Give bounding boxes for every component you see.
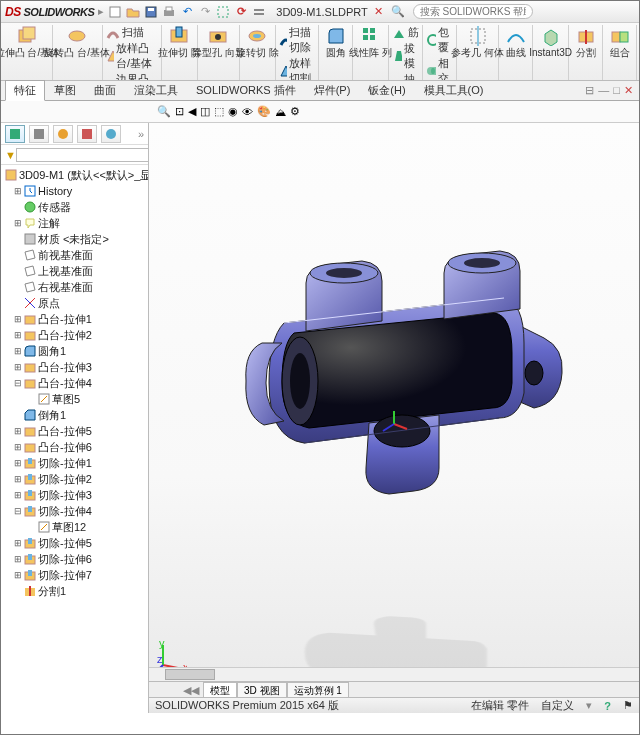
curves-button[interactable]: 曲线 <box>504 25 528 59</box>
tab-nav-left-icon[interactable]: ◀◀ <box>179 684 203 697</box>
search-icon[interactable]: 🔍 <box>391 5 405 19</box>
select-icon[interactable] <box>216 5 230 19</box>
dim-expert-tab[interactable] <box>77 125 97 143</box>
tab-weldments[interactable]: 焊件(P) <box>305 80 360 101</box>
property-manager-tab[interactable] <box>29 125 49 143</box>
combine-button[interactable]: 组合 <box>608 25 632 59</box>
svg-rect-20 <box>370 28 375 33</box>
tree-item[interactable]: ⊞切除-拉伸7 <box>5 567 148 583</box>
redo-icon[interactable]: ↷ <box>198 5 212 19</box>
config-manager-tab[interactable] <box>53 125 73 143</box>
tree-item[interactable]: 材质 <未指定> <box>5 231 148 247</box>
tree-item[interactable]: ⊟切除-拉伸4 <box>5 503 148 519</box>
zoom-fit-icon[interactable]: 🔍 <box>157 105 171 118</box>
horizontal-scrollbar[interactable] <box>149 667 639 681</box>
section-view-icon[interactable]: ◫ <box>200 105 210 118</box>
help-icon[interactable]: ? <box>604 700 611 712</box>
save-icon[interactable] <box>144 5 158 19</box>
zoom-area-icon[interactable]: ⊡ <box>175 105 184 118</box>
loft-cut-button[interactable]: 放样切割 <box>279 56 316 81</box>
tree-item[interactable]: ⊞切除-拉伸5 <box>5 535 148 551</box>
loft-button[interactable]: 放样凸台/基体 <box>106 41 158 71</box>
display-manager-tab[interactable] <box>101 125 121 143</box>
minimize-icon[interactable]: — <box>598 84 609 97</box>
hide-show-icon[interactable]: 👁 <box>242 106 253 118</box>
tree-item[interactable]: ⊞注解 <box>5 215 148 231</box>
tab-sketch[interactable]: 草图 <box>45 80 85 101</box>
svg-text:z: z <box>157 653 163 665</box>
draft-button[interactable]: 拔模 <box>392 41 419 71</box>
revolve-cut-button[interactable]: 旋转切 除 <box>234 25 281 59</box>
ref-geometry-button[interactable]: 参考几 何体 <box>449 25 506 59</box>
tree-filter-input[interactable] <box>16 148 149 162</box>
tab-addins[interactable]: SOLIDWORKS 插件 <box>187 80 305 101</box>
3d-viewport[interactable]: x y z ◀◀ 模型 3D 视图 运动算例 1 SOLIDWORKS Prem… <box>149 123 639 713</box>
tab-render[interactable]: 渲染工具 <box>125 80 187 101</box>
part-model <box>214 243 574 523</box>
appearance-icon[interactable]: 🎨 <box>257 105 271 118</box>
tree-item[interactable]: 草图12 <box>5 519 148 535</box>
fillet-button[interactable]: 圆角 <box>324 25 348 59</box>
instant3d-button[interactable]: Instant3D <box>527 25 574 59</box>
tree-item[interactable]: ⊞凸台-拉伸6 <box>5 439 148 455</box>
status-flag-icon[interactable]: ⚑ <box>623 699 633 712</box>
feature-tree: 3D09-M1 (默认<<默认>_显示 ⊞History传感器⊞注解材质 <未指… <box>1 165 148 713</box>
view-settings-icon[interactable]: ⚙ <box>290 105 300 118</box>
sweep-cut-button[interactable]: 扫描切除 <box>279 25 316 55</box>
svg-rect-0 <box>110 7 120 17</box>
tab-surface[interactable]: 曲面 <box>85 80 125 101</box>
maximize-icon[interactable]: □ <box>613 84 620 97</box>
tree-item[interactable]: ⊞圆角1 <box>5 343 148 359</box>
tab-sheetmetal[interactable]: 钣金(H) <box>359 80 414 101</box>
tree-item[interactable]: ⊞History <box>5 183 148 199</box>
split-button[interactable]: 分割 <box>574 25 598 59</box>
feature-manager-tab[interactable] <box>5 125 25 143</box>
tree-item[interactable]: 分割1 <box>5 583 148 599</box>
tree-item[interactable]: ⊞凸台-拉伸5 <box>5 423 148 439</box>
tree-item[interactable]: 草图5 <box>5 391 148 407</box>
status-custom[interactable]: 自定义 <box>541 698 574 713</box>
linear-pattern-button[interactable]: 线性阵 列 <box>347 25 394 59</box>
tree-expand-icon[interactable]: » <box>138 128 144 140</box>
new-icon[interactable] <box>108 5 122 19</box>
options-icon[interactable] <box>252 5 266 19</box>
search-input[interactable] <box>413 4 533 19</box>
tree-item[interactable]: ⊞凸台-拉伸1 <box>5 311 148 327</box>
tree-item[interactable]: 倒角1 <box>5 407 148 423</box>
tree-item[interactable]: 原点 <box>5 295 148 311</box>
ribbon-tabs: 特征 草图 曲面 渲染工具 SOLIDWORKS 插件 焊件(P) 钣金(H) … <box>1 81 639 101</box>
close-icon[interactable]: ✕ <box>624 84 633 97</box>
display-style-icon[interactable]: ◉ <box>228 105 238 118</box>
collapse-icon[interactable]: ⊟ <box>585 84 594 97</box>
tree-item[interactable]: ⊞切除-拉伸2 <box>5 471 148 487</box>
tree-item[interactable]: ⊞凸台-拉伸2 <box>5 327 148 343</box>
print-icon[interactable] <box>162 5 176 19</box>
tree-item[interactable]: ⊟凸台-拉伸4 <box>5 375 148 391</box>
tree-item[interactable]: 传感器 <box>5 199 148 215</box>
open-icon[interactable] <box>126 5 140 19</box>
rebuild-icon[interactable]: ⟳ <box>234 5 248 19</box>
scene-icon[interactable]: ⛰ <box>275 106 286 118</box>
tree-item[interactable]: ⊞切除-拉伸3 <box>5 487 148 503</box>
revolve-boss-button[interactable]: 旋转凸 台/基体 <box>42 25 112 59</box>
tree-item[interactable]: 上视基准面 <box>5 263 148 279</box>
tab-mold[interactable]: 模具工具(O) <box>415 80 493 101</box>
svg-rect-6 <box>254 9 264 11</box>
sweep-button[interactable]: 扫描 <box>106 25 144 40</box>
doc-close-icon[interactable]: ✕ <box>374 5 383 18</box>
prev-view-icon[interactable]: ◀ <box>188 105 196 118</box>
tree-item[interactable]: ⊞切除-拉伸1 <box>5 455 148 471</box>
tree-item[interactable]: 右视基准面 <box>5 279 148 295</box>
tree-item[interactable]: ⊞凸台-拉伸3 <box>5 359 148 375</box>
tree-item[interactable]: ⊞切除-拉伸6 <box>5 551 148 567</box>
intersect-button[interactable]: 相交 <box>426 56 453 81</box>
tree-item[interactable]: 前视基准面 <box>5 247 148 263</box>
tab-features[interactable]: 特征 <box>5 80 45 101</box>
tree-root[interactable]: 3D09-M1 (默认<<默认>_显示 <box>5 167 148 183</box>
filter-icon[interactable]: ▼ <box>5 149 16 161</box>
view-orient-icon[interactable]: ⬚ <box>214 105 224 118</box>
menu-dropdown-icon[interactable]: ▸ <box>98 5 104 18</box>
undo-icon[interactable]: ↶ <box>180 5 194 19</box>
rib-button[interactable]: 筋 <box>392 25 419 40</box>
svg-rect-5 <box>218 7 228 17</box>
